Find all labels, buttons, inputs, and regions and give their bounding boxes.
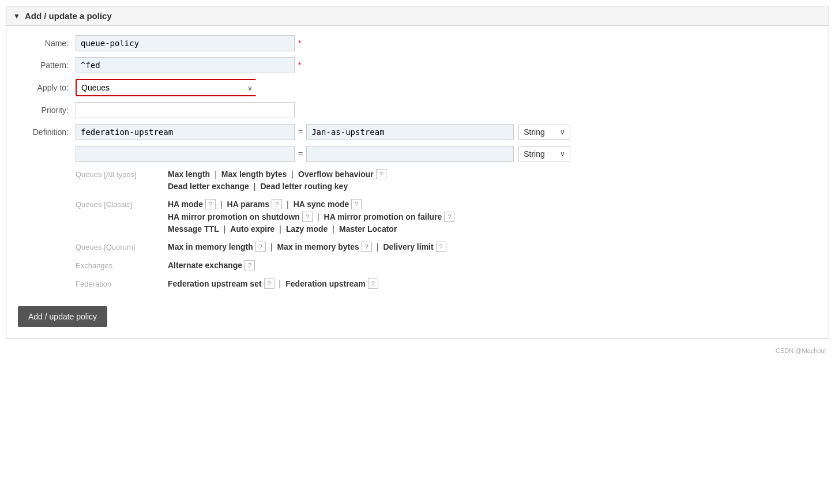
pattern-input[interactable] [76, 57, 295, 73]
definition-row-2: = String ∨ [18, 146, 817, 162]
definition-key-2[interactable] [76, 146, 295, 162]
hint-ha-sync-mode[interactable]: HA sync mode [294, 200, 349, 209]
hints-queues-all-row-2: Dead letter exchange | Dead letter routi… [168, 182, 386, 191]
hint-group-queues-quorum: Queues [Quorum] Max in memory length ? |… [76, 242, 817, 252]
hint-category-queues-all: Queues [All types] [76, 169, 168, 179]
hint-message-ttl[interactable]: Message TTL [168, 224, 219, 234]
type-select-label-2: String [524, 149, 545, 159]
hint-group-exchanges: Exchanges Alternate exchange ? [76, 260, 817, 270]
priority-input[interactable] [76, 102, 295, 118]
priority-label: Priority: [18, 106, 76, 115]
add-update-policy-panel: ▼ Add / update a policy Name: * Pattern:… [6, 6, 829, 339]
hint-category-exchanges: Exchanges [76, 260, 168, 270]
hint-category-federation: Federation [76, 279, 168, 288]
type-select-wrapper-2[interactable]: String ∨ [518, 146, 570, 161]
definition-label: Definition: [18, 127, 76, 137]
hint-dead-letter-exchange[interactable]: Dead letter exchange [168, 182, 249, 191]
ha-params-help-icon[interactable]: ? [272, 199, 282, 209]
hint-group-queues-all: Queues [All types] Max length | Max leng… [76, 169, 817, 191]
definition-val-1[interactable] [306, 124, 514, 140]
apply-to-label: Apply to: [18, 83, 76, 92]
hint-category-queues-classic: Queues [Classic] [76, 199, 168, 209]
add-update-policy-button[interactable]: Add / update policy [18, 306, 107, 327]
ha-mirror-shutdown-help-icon[interactable]: ? [302, 212, 313, 222]
ha-mode-help-icon[interactable]: ? [205, 199, 216, 209]
hint-federation-upstream[interactable]: Federation upstream [285, 279, 365, 288]
name-row: Name: * [18, 35, 817, 51]
hint-group-queues-classic: Queues [Classic] HA mode ? | HA params ?… [76, 199, 817, 234]
definition-key-1[interactable] [76, 124, 295, 140]
panel-header: ▼ Add / update a policy [6, 6, 829, 26]
hints-section: Queues [All types] Max length | Max leng… [76, 169, 817, 289]
watermark: CSDN @Machoul [0, 345, 835, 359]
definition-row-1: Definition: = String ∨ [18, 124, 817, 140]
max-in-memory-length-help-icon[interactable]: ? [255, 242, 266, 252]
type-select-label-1: String [524, 127, 545, 137]
alternate-exchange-help-icon[interactable]: ? [245, 260, 255, 270]
hints-queues-all-row-1: Max length | Max length bytes | Overflow… [168, 169, 386, 179]
hint-ha-params[interactable]: HA params [227, 200, 269, 209]
add-button-row: Add / update policy [18, 297, 817, 327]
hint-ha-mirror-promotion-shutdown[interactable]: HA mirror promotion on shutdown [168, 212, 300, 221]
federation-upstream-help-icon[interactable]: ? [368, 279, 378, 289]
hints-classic-row-1: HA mode ? | HA params ? | HA sync mode ? [168, 199, 454, 209]
ha-mirror-failure-help-icon[interactable]: ? [444, 212, 454, 222]
hint-max-length-bytes[interactable]: Max length bytes [221, 170, 287, 179]
definition-eq-1: = [298, 127, 303, 137]
hint-alternate-exchange[interactable]: Alternate exchange [168, 261, 242, 270]
hint-ha-mode[interactable]: HA mode [168, 200, 203, 209]
hint-master-locator[interactable]: Master Locator [339, 224, 397, 234]
hint-delivery-limit[interactable]: Delivery limit [383, 242, 433, 251]
overflow-behaviour-help-icon[interactable]: ? [376, 169, 386, 179]
hints-federation-links: Federation upstream set ? | Federation u… [168, 279, 817, 289]
hints-classic-row-2: HA mirror promotion on shutdown ? | HA m… [168, 212, 454, 222]
hint-dead-letter-routing-key[interactable]: Dead letter routing key [260, 182, 348, 191]
hint-max-length[interactable]: Max length [168, 170, 210, 179]
pattern-label: Pattern: [18, 61, 76, 70]
ha-sync-mode-help-icon[interactable]: ? [351, 199, 362, 209]
delivery-limit-help-icon[interactable]: ? [436, 242, 446, 252]
hint-ha-mirror-promotion-failure[interactable]: HA mirror promotion on failure [324, 212, 442, 221]
federation-upstream-set-help-icon[interactable]: ? [264, 279, 274, 289]
hint-max-in-memory-length[interactable]: Max in memory length [168, 242, 253, 251]
type-chevron-1: ∨ [560, 128, 565, 136]
hints-classic-row-3: Message TTL | Auto expire | Lazy mode | … [168, 224, 454, 234]
priority-row: Priority: [18, 102, 817, 118]
definition-eq-2: = [298, 149, 303, 159]
hint-group-federation: Federation Federation upstream set ? | F… [76, 279, 817, 289]
hint-category-queues-quorum: Queues [Quorum] [76, 242, 168, 251]
pattern-row: Pattern: * [18, 57, 817, 73]
apply-to-select[interactable]: Queues Exchanges All [77, 80, 261, 95]
hint-lazy-mode[interactable]: Lazy mode [286, 224, 328, 234]
hints-queues-classic-links: HA mode ? | HA params ? | HA sync mode ?… [168, 199, 454, 234]
hint-federation-upstream-set[interactable]: Federation upstream set [168, 279, 262, 288]
panel-title: Add / update a policy [25, 11, 112, 21]
hint-overflow-behaviour[interactable]: Overflow behaviour [298, 170, 374, 179]
hints-exchanges-links: Alternate exchange ? [168, 260, 817, 270]
panel-body: Name: * Pattern: * Apply to: Queues Exch… [6, 26, 829, 338]
type-select-wrapper-1[interactable]: String ∨ [518, 125, 570, 140]
pattern-required: * [298, 61, 301, 70]
name-input[interactable] [76, 35, 295, 51]
hint-max-in-memory-bytes[interactable]: Max in memory bytes [277, 242, 359, 251]
hints-queues-all-links: Max length | Max length bytes | Overflow… [168, 169, 386, 191]
name-required: * [298, 39, 301, 48]
hints-quorum-links: Max in memory length ? | Max in memory b… [168, 242, 817, 252]
name-label: Name: [18, 39, 76, 48]
collapse-icon[interactable]: ▼ [13, 12, 20, 20]
max-in-memory-bytes-help-icon[interactable]: ? [362, 242, 372, 252]
apply-to-row: Apply to: Queues Exchanges All ∨ [18, 79, 817, 96]
hint-auto-expire[interactable]: Auto expire [230, 224, 274, 234]
type-chevron-2: ∨ [560, 150, 565, 158]
apply-to-select-wrapper: Queues Exchanges All ∨ [76, 79, 256, 96]
definition-val-2[interactable] [306, 146, 514, 162]
